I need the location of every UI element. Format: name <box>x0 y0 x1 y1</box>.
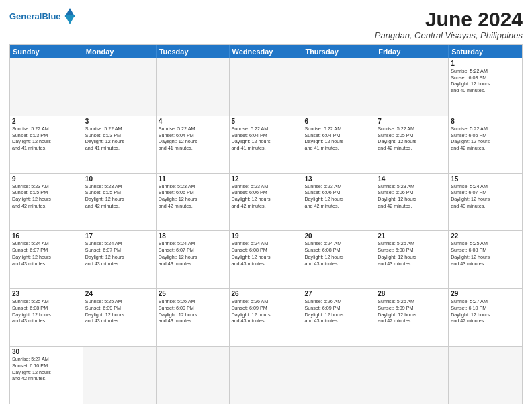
cell-info: Sunrise: 5:23 AM Sunset: 6:06 PM Dayligh… <box>159 183 227 210</box>
cal-header-sunday: Sunday <box>10 45 83 58</box>
cal-cell-21: 21Sunrise: 5:25 AM Sunset: 6:08 PM Dayli… <box>375 231 449 288</box>
cell-info: Sunrise: 5:23 AM Sunset: 6:06 PM Dayligh… <box>378 183 446 210</box>
calendar-body: 1Sunrise: 5:22 AM Sunset: 6:03 PM Daylig… <box>10 58 522 404</box>
cal-cell-5: 5Sunrise: 5:22 AM Sunset: 6:04 PM Daylig… <box>230 116 303 173</box>
cal-cell-empty-0-4 <box>302 58 375 116</box>
cell-info: Sunrise: 5:22 AM Sunset: 6:05 PM Dayligh… <box>378 126 446 152</box>
cal-header-saturday: Saturday <box>449 45 522 58</box>
cell-info: Sunrise: 5:25 AM Sunset: 6:09 PM Dayligh… <box>85 298 154 324</box>
cal-cell-13: 13Sunrise: 5:23 AM Sunset: 6:06 PM Dayli… <box>302 174 375 231</box>
title-area: June 2024 Pangdan, Central Visayas, Phil… <box>375 8 523 40</box>
day-number: 14 <box>378 175 446 183</box>
cal-cell-25: 25Sunrise: 5:26 AM Sunset: 6:09 PM Dayli… <box>157 289 230 346</box>
cal-cell-1: 1Sunrise: 5:22 AM Sunset: 6:03 PM Daylig… <box>449 58 522 116</box>
cell-info: Sunrise: 5:23 AM Sunset: 6:05 PM Dayligh… <box>12 183 81 210</box>
cell-info: Sunrise: 5:27 AM Sunset: 6:10 PM Dayligh… <box>12 356 81 382</box>
cal-cell-17: 17Sunrise: 5:24 AM Sunset: 6:07 PM Dayli… <box>83 231 157 288</box>
cell-info: Sunrise: 5:24 AM Sunset: 6:07 PM Dayligh… <box>451 183 520 210</box>
cal-cell-3: 3Sunrise: 5:22 AM Sunset: 6:03 PM Daylig… <box>83 116 157 173</box>
cal-header-wednesday: Wednesday <box>230 45 303 58</box>
cal-cell-12: 12Sunrise: 5:23 AM Sunset: 6:06 PM Dayli… <box>230 174 303 231</box>
day-number: 19 <box>232 232 300 240</box>
day-number: 16 <box>12 232 81 240</box>
cal-cell-30: 30Sunrise: 5:27 AM Sunset: 6:10 PM Dayli… <box>10 347 83 404</box>
day-number: 29 <box>451 290 520 298</box>
location: Pangdan, Central Visayas, Philippines <box>375 30 523 40</box>
cal-cell-9: 9Sunrise: 5:23 AM Sunset: 6:05 PM Daylig… <box>10 174 83 231</box>
cal-cell-empty-5-3 <box>230 347 303 404</box>
cell-info: Sunrise: 5:25 AM Sunset: 6:08 PM Dayligh… <box>378 240 446 267</box>
logo-icon <box>64 8 75 24</box>
cal-row-1: 2Sunrise: 5:22 AM Sunset: 6:03 PM Daylig… <box>10 116 522 173</box>
cal-cell-16: 16Sunrise: 5:24 AM Sunset: 6:07 PM Dayli… <box>10 231 83 288</box>
cal-row-5: 30Sunrise: 5:27 AM Sunset: 6:10 PM Dayli… <box>10 346 522 404</box>
logo-area: GeneralBlue <box>9 8 75 24</box>
day-number: 4 <box>159 118 227 125</box>
cal-cell-20: 20Sunrise: 5:24 AM Sunset: 6:08 PM Dayli… <box>302 231 375 288</box>
cell-info: Sunrise: 5:26 AM Sunset: 6:09 PM Dayligh… <box>304 298 373 324</box>
cal-row-4: 23Sunrise: 5:25 AM Sunset: 6:08 PM Dayli… <box>10 288 522 346</box>
cal-header-monday: Monday <box>83 45 157 58</box>
day-number: 8 <box>451 118 520 125</box>
day-number: 12 <box>232 175 300 183</box>
cal-cell-6: 6Sunrise: 5:22 AM Sunset: 6:04 PM Daylig… <box>302 116 375 173</box>
cal-cell-4: 4Sunrise: 5:22 AM Sunset: 6:04 PM Daylig… <box>157 116 230 173</box>
day-number: 1 <box>451 60 520 67</box>
cal-cell-27: 27Sunrise: 5:26 AM Sunset: 6:09 PM Dayli… <box>302 289 375 346</box>
cal-cell-15: 15Sunrise: 5:24 AM Sunset: 6:07 PM Dayli… <box>449 174 522 231</box>
cal-cell-2: 2Sunrise: 5:22 AM Sunset: 6:03 PM Daylig… <box>10 116 83 173</box>
cell-info: Sunrise: 5:22 AM Sunset: 6:03 PM Dayligh… <box>85 126 154 152</box>
day-number: 20 <box>304 232 373 240</box>
cal-cell-empty-5-6 <box>449 347 522 404</box>
cal-row-0: 1Sunrise: 5:22 AM Sunset: 6:03 PM Daylig… <box>10 58 522 116</box>
cell-info: Sunrise: 5:22 AM Sunset: 6:03 PM Dayligh… <box>12 126 81 152</box>
cell-info: Sunrise: 5:26 AM Sunset: 6:09 PM Dayligh… <box>159 298 227 324</box>
cell-info: Sunrise: 5:22 AM Sunset: 6:04 PM Dayligh… <box>159 126 227 152</box>
cal-cell-19: 19Sunrise: 5:24 AM Sunset: 6:08 PM Dayli… <box>230 231 303 288</box>
month-title: June 2024 <box>375 8 523 30</box>
day-number: 21 <box>378 232 446 240</box>
cal-cell-22: 22Sunrise: 5:25 AM Sunset: 6:08 PM Dayli… <box>449 231 522 288</box>
day-number: 26 <box>232 290 300 298</box>
day-number: 13 <box>304 175 373 183</box>
cell-info: Sunrise: 5:23 AM Sunset: 6:06 PM Dayligh… <box>304 183 373 210</box>
page: GeneralBlue June 2024 Pangdan, Central V… <box>0 0 532 411</box>
cal-row-3: 16Sunrise: 5:24 AM Sunset: 6:07 PM Dayli… <box>10 230 522 288</box>
cal-cell-8: 8Sunrise: 5:22 AM Sunset: 6:05 PM Daylig… <box>449 116 522 173</box>
day-number: 24 <box>85 290 154 298</box>
cal-cell-26: 26Sunrise: 5:26 AM Sunset: 6:09 PM Dayli… <box>230 289 303 346</box>
day-number: 6 <box>304 118 373 125</box>
cell-info: Sunrise: 5:25 AM Sunset: 6:08 PM Dayligh… <box>12 298 81 324</box>
logo-blue: Blue <box>42 11 60 21</box>
cal-header-thursday: Thursday <box>302 45 375 58</box>
cell-info: Sunrise: 5:22 AM Sunset: 6:04 PM Dayligh… <box>232 126 300 152</box>
cell-info: Sunrise: 5:22 AM Sunset: 6:03 PM Dayligh… <box>451 68 520 94</box>
day-number: 15 <box>451 175 520 183</box>
cell-info: Sunrise: 5:22 AM Sunset: 6:05 PM Dayligh… <box>451 126 520 152</box>
day-number: 28 <box>378 290 446 298</box>
header: GeneralBlue June 2024 Pangdan, Central V… <box>9 8 523 40</box>
logo: GeneralBlue <box>9 8 75 24</box>
cal-cell-24: 24Sunrise: 5:25 AM Sunset: 6:09 PM Dayli… <box>83 289 157 346</box>
cell-info: Sunrise: 5:26 AM Sunset: 6:09 PM Dayligh… <box>232 298 300 324</box>
cal-cell-empty-5-4 <box>302 347 375 404</box>
cal-cell-empty-5-2 <box>157 347 230 404</box>
day-number: 5 <box>232 118 300 125</box>
day-number: 18 <box>159 232 227 240</box>
cal-cell-18: 18Sunrise: 5:24 AM Sunset: 6:07 PM Dayli… <box>157 231 230 288</box>
logo-general: General <box>9 11 42 21</box>
cal-header-friday: Friday <box>375 45 449 58</box>
cal-cell-7: 7Sunrise: 5:22 AM Sunset: 6:05 PM Daylig… <box>375 116 449 173</box>
cell-info: Sunrise: 5:24 AM Sunset: 6:07 PM Dayligh… <box>85 240 154 267</box>
cell-info: Sunrise: 5:24 AM Sunset: 6:07 PM Dayligh… <box>12 240 81 267</box>
cal-cell-empty-5-5 <box>375 347 449 404</box>
day-number: 7 <box>378 118 446 125</box>
day-number: 25 <box>159 290 227 298</box>
cal-cell-empty-0-2 <box>157 58 230 116</box>
day-number: 23 <box>12 290 81 298</box>
day-number: 11 <box>159 175 227 183</box>
cal-cell-29: 29Sunrise: 5:27 AM Sunset: 6:10 PM Dayli… <box>449 289 522 346</box>
cal-cell-10: 10Sunrise: 5:23 AM Sunset: 6:05 PM Dayli… <box>83 174 157 231</box>
cell-info: Sunrise: 5:24 AM Sunset: 6:08 PM Dayligh… <box>232 240 300 267</box>
cal-row-2: 9Sunrise: 5:23 AM Sunset: 6:05 PM Daylig… <box>10 173 522 231</box>
